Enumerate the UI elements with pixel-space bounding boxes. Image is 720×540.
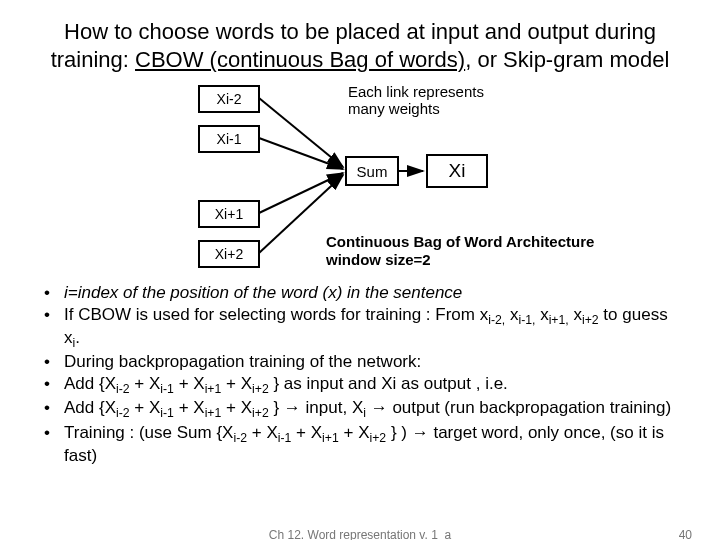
- footer-page-number: 40: [679, 528, 692, 540]
- input-box-xi-1: Xi-1: [198, 125, 260, 153]
- bullet-3: During backpropagation training of the n…: [64, 352, 682, 373]
- title-line1: How to choose words to be placed at inpu…: [64, 19, 656, 44]
- svg-line-0: [259, 98, 343, 167]
- bullet-list: i=index of the position of the word (x) …: [38, 283, 682, 467]
- svg-line-2: [259, 173, 343, 213]
- output-box-xi: Xi: [426, 154, 488, 188]
- architecture-label: Continuous Bag of Word Architecture wind…: [326, 233, 594, 269]
- sum-box: Sum: [345, 156, 399, 186]
- bullet-6: Training : (use Sum {Xi-2 + Xi-1 + Xi+1 …: [64, 423, 682, 467]
- title-underline: CBOW (continuous Bag of words): [135, 47, 465, 72]
- title-line2-post: , or Skip-gram model: [465, 47, 669, 72]
- bullet-5: Add {Xi-2 + Xi-1 + Xi+1 + Xi+2 } → input…: [64, 398, 682, 421]
- slide-title: How to choose words to be placed at inpu…: [38, 18, 682, 73]
- bullet-1: i=index of the position of the word (x) …: [64, 283, 682, 304]
- title-line2-pre: training:: [51, 47, 135, 72]
- input-box-xi+1: Xi+1: [198, 200, 260, 228]
- input-box-xi+2: Xi+2: [198, 240, 260, 268]
- bullet-4: Add {Xi-2 + Xi-1 + Xi+1 + Xi+2 } as inpu…: [64, 374, 682, 397]
- bullet-2: If CBOW is used for selecting words for …: [64, 305, 682, 352]
- input-box-xi-2: Xi-2: [198, 85, 260, 113]
- footer-center: Ch 12. Word representation v. 1_a: [269, 528, 451, 540]
- link-note: Each link represents many weights: [348, 83, 484, 118]
- svg-line-1: [259, 138, 343, 169]
- cbow-diagram: Xi-2 Xi-1 Xi+1 Xi+2 Sum Xi Each link rep…: [38, 83, 682, 283]
